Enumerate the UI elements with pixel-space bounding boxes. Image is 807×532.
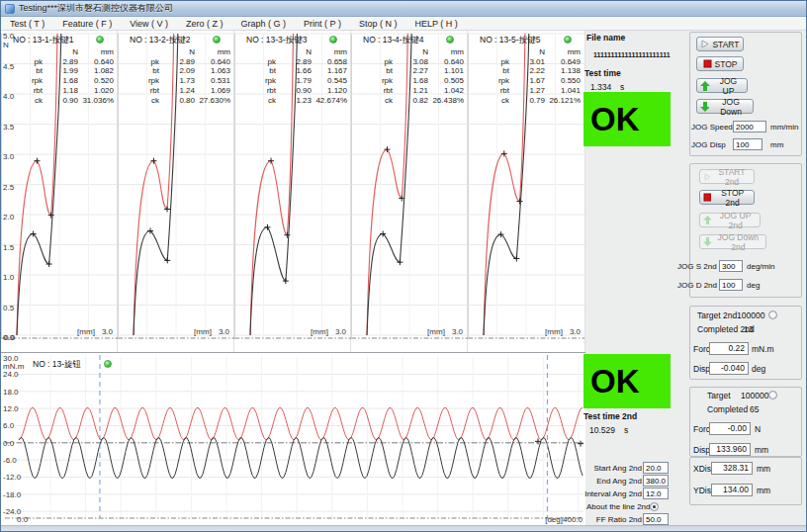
xdisp-unit: mm (757, 464, 770, 474)
menu-item-2[interactable]: Feature ( F ) (53, 19, 121, 29)
jog-up-button-label: JOG UP (713, 76, 744, 96)
arrow-up-icon (703, 216, 711, 224)
cell-value: 0.545 (312, 76, 347, 86)
file-name-value: 1111111111111111111111 (593, 51, 671, 58)
knob-title: NO : 13-旋钮 (33, 359, 81, 371)
jog-down-button-label: JOG Down (712, 97, 750, 117)
stop-button[interactable]: STOP (696, 56, 744, 71)
col-header: mm (195, 47, 230, 57)
col-header: N (43, 47, 78, 57)
start-ang-2nd-label: Start Ang 2nd (583, 464, 642, 473)
table-corner (355, 47, 393, 57)
cell-value: 26.438% (428, 96, 464, 106)
interval-ang-2nd-input[interactable] (643, 488, 669, 499)
cell-value: 1.99 (43, 66, 78, 76)
knob-x-end-label: [deg]400.0 (545, 515, 583, 524)
cell-value: 0.80 (159, 96, 195, 106)
col-header: N (276, 47, 312, 57)
jog-disp-label: JOG Disp (691, 140, 726, 149)
panel-results-table: Nmmpk2.890.640bt2.091.063rpk1.730.531rbt… (122, 47, 230, 105)
jog-disp-input[interactable] (733, 138, 762, 150)
knob-panel: NO : 13-旋钮 30.0 mN.m 24.018.012.06.00.0-… (1, 352, 585, 525)
panel-x-end-label: 3.0 (335, 327, 346, 336)
knob-y-tick: 6.0 (3, 421, 14, 430)
row-label: ck (472, 96, 509, 106)
table-corner (5, 47, 43, 57)
panel-x-axis-labels: [mm] 3.0 (545, 327, 581, 336)
end-ang-2nd-label: End Ang 2nd (583, 477, 642, 486)
press-panel: NO : 13-1-按键1 Nmmpk2.890.640bt1.991.082r… (1, 31, 118, 352)
menu-item-1[interactable]: Test ( T ) (1, 19, 53, 29)
cell-value: 2.89 (43, 57, 78, 67)
menu-bar: Test ( T )Feature ( F )View ( V )Zero ( … (1, 17, 806, 31)
jog-d-2nd-input[interactable] (719, 279, 743, 291)
row-label: bt (355, 66, 393, 76)
cell-value: 2.22 (509, 66, 545, 76)
test-time-value: 1.334 (590, 82, 611, 92)
cell-value: 0.90 (43, 96, 78, 106)
cell-value: 2.27 (393, 66, 428, 76)
knob-torque-plot (1, 353, 585, 526)
play-icon (700, 40, 709, 48)
title-bar[interactable]: Testing***深圳市磐石测控仪器有限公司 (1, 1, 806, 17)
cell-value: 1.27 (509, 86, 545, 96)
cell-value: 1.21 (393, 86, 428, 96)
panel-x-axis-labels: [mm] 3.0 (311, 327, 346, 336)
target-2nd-radio[interactable] (768, 310, 777, 319)
cell-value: 0.520 (78, 76, 114, 86)
jog-down-2nd-button[interactable]: JOG Down 2nd (699, 234, 766, 249)
press-panel: NO : 13-3-按键3 Nmmpk2.890.658bt1.661.167r… (234, 31, 351, 352)
menu-item-4[interactable]: Zero ( Z ) (177, 19, 232, 29)
jog-speed-input[interactable] (733, 121, 766, 133)
press-y-tick: 4.0 (3, 92, 14, 101)
target-radio[interactable] (768, 391, 777, 399)
start-button[interactable]: START (696, 37, 744, 51)
jog-down-button[interactable]: JOG Down (696, 99, 754, 114)
knob-y-tick: 0.0 (3, 439, 14, 448)
press-y-tick: 2.5 (3, 183, 14, 192)
press-y-tick: 1.0 (3, 273, 14, 282)
stop-icon (703, 193, 711, 202)
cell-value: 0.640 (78, 57, 114, 67)
panel-x-axis-labels: [mm] 3.0 (194, 327, 229, 336)
jog-disp-unit: mm (770, 140, 783, 149)
cell-value: 31.036% (78, 96, 114, 106)
row-label: ck (238, 96, 276, 106)
jog-d-2nd-label: JOG D 2nd (677, 281, 717, 290)
menu-item-5[interactable]: Graph ( G ) (232, 19, 296, 29)
knob-y-tick: 18.0 (3, 388, 19, 397)
cell-value: 0.505 (428, 76, 464, 86)
panel-status-dot (96, 36, 104, 44)
table-corner (122, 47, 159, 57)
ff-ratio-2nd-input[interactable] (643, 513, 669, 525)
menu-item-3[interactable]: View ( V ) (121, 19, 177, 29)
jog-s-2nd-input[interactable] (719, 260, 743, 272)
menu-item-6[interactable]: Print ( P ) (295, 19, 350, 29)
disp-2nd-readout: -0.040 (709, 362, 749, 375)
panel-x-unit-label: [mm] (545, 327, 563, 336)
jog-up-2nd-button[interactable]: JOG UP 2nd (699, 213, 761, 227)
test-time-unit: s (620, 82, 624, 92)
end-ang-2nd-input[interactable] (643, 475, 669, 487)
window-bottom-edge (1, 525, 806, 532)
panel-x-axis-labels: [mm] 3.0 (77, 327, 113, 336)
cell-value: 1.68 (43, 76, 78, 86)
col-header: mm (312, 47, 347, 57)
start-ang-2nd-input[interactable] (643, 462, 669, 474)
jog-up-button[interactable]: JOG UP (696, 78, 748, 93)
menu-item-7[interactable]: Stop ( N ) (350, 19, 406, 29)
interval-ang-2nd-label: Interval Ang 2nd (583, 489, 642, 498)
start-2nd-button[interactable]: START 2nd (699, 169, 755, 184)
cell-value: 1.120 (312, 86, 347, 96)
completed-2nd-value: 13 (744, 324, 753, 334)
panel-results-table: Nmmpk3.010.649bt2.221.138rpk1.670.550rbt… (472, 47, 581, 105)
cell-value: 0.79 (509, 96, 545, 106)
menu-item-8[interactable]: HELP ( H ) (405, 19, 466, 29)
stop-2nd-button[interactable]: STOP 2nd (699, 190, 755, 205)
row-label: rbt (122, 86, 159, 96)
row-label: bt (122, 66, 159, 76)
table-corner (238, 47, 276, 57)
about-line-2nd-radio[interactable] (650, 502, 659, 511)
target-value: 100000 (741, 391, 768, 400)
row-label: bt (472, 66, 509, 76)
